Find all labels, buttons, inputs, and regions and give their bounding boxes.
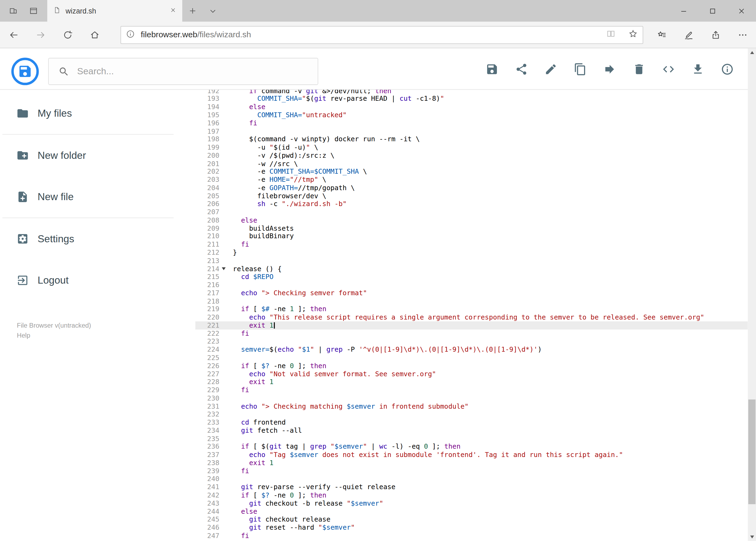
maximize-button[interactable] [698,0,727,22]
code-line[interactable]: 225 [195,353,748,362]
code-line[interactable]: 241 git rev-parse --verify --quiet relea… [195,483,748,491]
fold-marker-icon[interactable] [222,268,226,270]
code-line[interactable]: 246 git reset --hard "$semver" [195,523,748,532]
code-line[interactable]: 242 if [ $? -ne 0 ]; then [195,491,748,499]
forward-button[interactable] [27,22,54,48]
code-line[interactable]: 229 fi [195,386,748,394]
code-line[interactable]: 232 [195,410,748,418]
code-line[interactable]: 228 exit 1 [195,378,748,386]
code-line[interactable]: 196 fi [195,119,748,127]
code-line[interactable]: 222 fi [195,329,748,337]
favorites-hub-icon[interactable] [648,22,675,48]
code-line[interactable]: 245 git checkout release [195,515,748,523]
app-logo[interactable] [11,58,39,86]
code-line[interactable]: 223 [195,337,748,345]
code-line[interactable]: 236 if [ $(git tag | grep "$semver" | wc… [195,443,748,451]
tab-close-icon[interactable] [170,6,176,15]
app-version-link[interactable]: File Browser v(untracked) [17,322,91,329]
code-line[interactable]: 219 if [ $# -ne 1 ]; then [195,305,748,313]
sidebar-item-my-files[interactable]: My files [0,93,195,134]
new-tab-button[interactable] [182,0,202,22]
scroll-down-icon[interactable] [748,533,756,541]
code-line[interactable]: 247 fi [195,532,748,540]
code-line[interactable]: 237 echo "Tag $semver does not exist in … [195,451,748,459]
code-line[interactable]: 224 semver=$(echo "$1" | grep -P '^v(0|[… [195,345,748,353]
minimize-button[interactable] [669,0,698,22]
code-line[interactable]: 214release () { [195,265,748,273]
copy-icon[interactable] [574,62,587,75]
sidebar-item-new-file[interactable]: New file [0,176,195,218]
scroll-up-icon[interactable] [748,48,756,56]
share-icon[interactable] [515,62,528,75]
address-bar[interactable]: filebrowser.web/files/wizard.sh [121,26,643,44]
code-line[interactable]: 206 sh -c "./wizard.sh -b" [195,200,748,208]
code-line[interactable]: 207 [195,208,748,216]
move-icon[interactable] [603,62,616,75]
code-line[interactable]: 208 else [195,216,748,224]
code-line[interactable]: 204 -e GOPATH=//tmp/gopath \ [195,184,748,192]
save-icon[interactable] [486,62,499,75]
code-line[interactable]: 201 -w //src \ [195,160,748,168]
search-input[interactable] [76,66,318,77]
code-line[interactable]: 235 [195,435,748,443]
code-line[interactable]: 230 [195,394,748,402]
scrollbar-thumb[interactable] [748,399,755,504]
code-line[interactable]: 215 cd $REPO [195,273,748,281]
code-line[interactable]: 217 echo "> Checking semver format" [195,289,748,297]
code-line[interactable]: 195 COMMIT_SHA="untracked" [195,111,748,119]
web-notes-icon[interactable] [675,22,702,48]
home-button[interactable] [81,22,108,48]
chevron-down-icon[interactable] [202,0,223,22]
tab-preview-icon[interactable] [23,0,44,22]
sidebar-item-settings[interactable]: Settings [0,218,195,260]
code-line[interactable]: 200 -v /$(pwd):/src:z \ [195,152,748,160]
code-line[interactable]: 221 exit 1 [195,321,748,329]
code-line[interactable]: 192 if command -v git &>/dev/null; then [195,90,748,95]
search-box[interactable] [48,58,318,85]
back-button[interactable] [0,22,27,48]
code-line[interactable]: 212} [195,249,748,257]
code-line[interactable]: 205 filebrowser/dev \ [195,192,748,200]
scrollbar[interactable] [748,48,756,541]
code-line[interactable]: 194 else [195,103,748,111]
code-line[interactable]: 239 fi [195,467,748,475]
set-tabs-aside-icon[interactable] [3,0,23,22]
sidebar-item-logout[interactable]: Logout [0,260,195,301]
code-line[interactable]: 243 git checkout -b release "$semver" [195,499,748,507]
code-line[interactable]: 202 -e COMMIT_SHA=$COMMIT_SHA \ [195,168,748,176]
reading-view-icon[interactable] [606,29,616,41]
code-icon[interactable] [662,62,675,75]
code-line[interactable]: 203 -e HOME="//tmp" \ [195,176,748,184]
refresh-button[interactable] [54,22,81,48]
help-link[interactable]: Help [17,332,31,339]
code-line[interactable]: 244 else [195,507,748,515]
download-icon[interactable] [691,62,704,75]
code-line[interactable]: 240 [195,475,748,483]
code-line[interactable]: 238 exit 1 [195,459,748,467]
site-info-icon[interactable] [126,29,135,40]
browser-tab[interactable]: wizard.sh [47,0,182,22]
share-icon[interactable] [702,22,729,48]
code-line[interactable]: 231 echo "> Checking matching $semver in… [195,402,748,410]
code-line[interactable]: 209 buildAssets [195,224,748,232]
code-line[interactable]: 198 $(command -v winpty) docker run --rm… [195,135,748,144]
code-line[interactable]: 218 [195,297,748,305]
code-line[interactable]: 213 [195,257,748,265]
code-line[interactable]: 220 echo "This release script requires a… [195,313,748,321]
code-line[interactable]: 234 git fetch --all [195,426,748,435]
code-line[interactable]: 227 echo "Not valid semver format. See s… [195,370,748,378]
code-line[interactable]: 226 if [ $? -ne 0 ]; then [195,362,748,370]
info-icon[interactable] [721,62,734,75]
more-icon[interactable] [729,22,756,48]
code-line[interactable]: 211 fi [195,241,748,249]
edit-icon[interactable] [544,62,557,75]
sidebar-item-new-folder[interactable]: New folder [0,135,195,176]
code-line[interactable]: 199 -u "$(id -u)" \ [195,144,748,152]
code-line[interactable]: 193 COMMIT_SHA="$(git rev-parse HEAD | c… [195,95,748,103]
code-editor[interactable]: 192 if command -v git &>/dev/null; then1… [195,90,748,541]
delete-icon[interactable] [632,62,645,75]
code-line[interactable]: 233 cd frontend [195,418,748,426]
favorite-star-icon[interactable] [629,29,638,41]
code-line[interactable]: 210 buildBinary [195,232,748,241]
code-line[interactable]: 197 [195,127,748,135]
